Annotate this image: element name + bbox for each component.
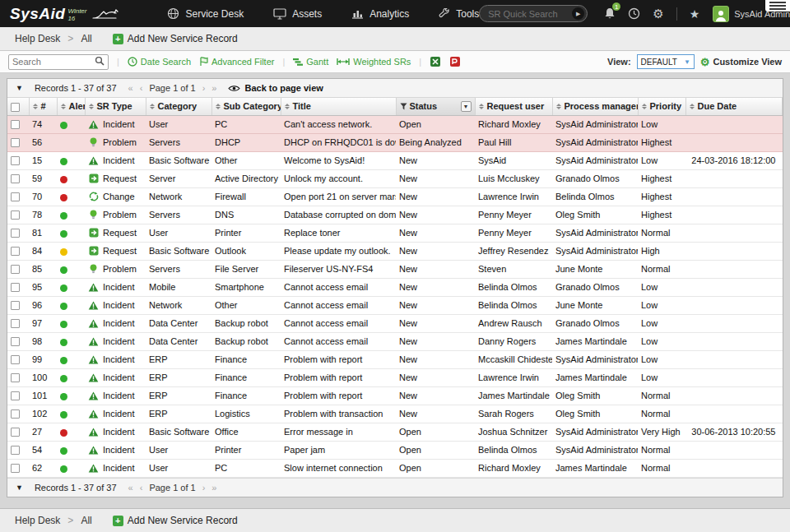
row-checkbox[interactable] — [11, 446, 20, 455]
nav-analytics[interactable]: Analytics — [351, 7, 409, 20]
title-cell[interactable]: Unlock my account. — [281, 169, 396, 187]
table-row[interactable]: 62IncidentUserPCSlow internet connection… — [7, 459, 783, 477]
nav-assets[interactable]: Assets — [273, 7, 322, 20]
favorites-star-icon[interactable]: ★ — [690, 7, 700, 21]
title-cell[interactable]: Problem with report — [281, 350, 396, 368]
title-cell[interactable]: Cannot access email — [281, 332, 396, 350]
sr-quick-search-input[interactable] — [488, 9, 572, 19]
weighted-srs-button[interactable]: Weighted SRs — [337, 57, 411, 67]
row-checkbox[interactable] — [11, 355, 20, 364]
table-row[interactable]: 100IncidentERPFinanceProblem with report… — [7, 368, 783, 386]
select-all-checkbox[interactable] — [11, 103, 20, 112]
collapse-grid-toggle[interactable]: ▼ — [16, 483, 23, 492]
row-checkbox[interactable] — [11, 319, 20, 328]
add-new-service-record-button[interactable]: + Add New Service Record — [113, 515, 238, 526]
table-row[interactable]: 27IncidentBasic SoftwareOfficeError mess… — [7, 423, 783, 441]
list-search-input[interactable] — [12, 57, 95, 67]
table-row[interactable]: 95IncidentMobileSmartphoneCannot access … — [7, 278, 783, 296]
title-cell[interactable]: Fileserver US-NY-FS4 — [281, 260, 396, 278]
title-cell[interactable]: DHCP on FRHQDC01 is down — [281, 133, 396, 151]
add-new-service-record-button[interactable]: + Add New Service Record — [113, 33, 238, 44]
prev-page-button[interactable]: ‹ — [140, 483, 143, 493]
title-cell[interactable]: Can't access network. — [281, 115, 396, 133]
date-search-button[interactable]: Date Search — [128, 57, 191, 67]
view-select-dropdown[interactable]: DEFAULT ▼ — [637, 54, 695, 69]
title-cell[interactable]: Open port 21 on server mars — [281, 187, 396, 206]
sysaid-logo[interactable]: SysAid Winter 16 — [10, 4, 119, 24]
row-checkbox[interactable] — [11, 210, 20, 220]
title-cell[interactable]: Slow internet connection — [281, 459, 396, 477]
export-excel-icon[interactable] — [430, 56, 441, 67]
title-cell[interactable]: Problem with report — [281, 368, 396, 386]
row-checkbox[interactable] — [11, 428, 20, 437]
column-header-type[interactable]: SR Type — [85, 98, 146, 115]
breadcrumb-helpdesk[interactable]: Help Desk — [15, 33, 60, 44]
back-to-page-view-link[interactable]: Back to page view — [228, 83, 323, 93]
last-page-button[interactable]: » — [211, 483, 216, 493]
column-header-sub_category[interactable]: Sub Category — [211, 98, 281, 115]
column-header-title[interactable]: Title — [281, 98, 396, 115]
table-row[interactable]: 56ProblemServersDHCPDHCP on FRHQDC01 is … — [7, 133, 783, 151]
breadcrumb-all[interactable]: All — [81, 515, 91, 526]
nav-tools[interactable]: Tools — [439, 7, 479, 20]
table-row[interactable]: 78ProblemServersDNSDatabase corrupted on… — [7, 206, 783, 224]
breadcrumb-helpdesk[interactable]: Help Desk — [15, 515, 60, 526]
title-cell[interactable]: Replace toner — [281, 224, 396, 242]
table-row[interactable]: 59RequestServerActive DirectoryUnlock my… — [7, 169, 783, 187]
row-checkbox[interactable] — [11, 174, 20, 183]
column-header-request_user[interactable]: Request user — [475, 98, 552, 115]
column-header-status[interactable]: Status▼ — [396, 98, 475, 115]
last-page-button[interactable]: » — [211, 83, 216, 93]
title-cell[interactable]: Welcome to SysAid! — [281, 151, 396, 169]
table-row[interactable]: 97IncidentData CenterBackup robotCannot … — [7, 314, 783, 332]
row-checkbox[interactable] — [11, 464, 20, 473]
title-cell[interactable]: Database corrupted on domain — [281, 206, 396, 224]
title-cell[interactable]: Cannot access email — [281, 296, 396, 314]
first-page-button[interactable]: « — [128, 483, 133, 493]
column-header-process_manager[interactable]: Process manager — [552, 98, 638, 115]
row-checkbox[interactable] — [11, 229, 20, 238]
table-row[interactable]: 70ChangeNetworkFirewallOpen port 21 on s… — [7, 187, 783, 206]
table-row[interactable]: 101IncidentERPFinanceProblem with report… — [7, 386, 783, 405]
column-header-category[interactable]: Category — [146, 98, 211, 115]
row-checkbox[interactable] — [11, 409, 20, 419]
title-cell[interactable]: Error message in — [281, 423, 396, 441]
title-cell[interactable]: Problem with transaction — [281, 405, 396, 423]
nav-service-desk[interactable]: Service Desk — [167, 7, 244, 20]
column-header-num[interactable]: # — [29, 98, 57, 115]
row-checkbox[interactable] — [11, 120, 20, 129]
title-cell[interactable]: Cannot access email — [281, 278, 396, 296]
row-checkbox[interactable] — [11, 247, 20, 256]
title-cell[interactable]: Please update my outlook. — [281, 242, 396, 260]
title-cell[interactable]: Paper jam — [281, 441, 396, 459]
column-header-priority[interactable]: Priority — [638, 98, 685, 115]
breadcrumb-all[interactable]: All — [81, 33, 91, 44]
row-checkbox[interactable] — [11, 283, 20, 292]
status-filter-dropdown[interactable]: ▼ — [461, 101, 472, 112]
row-checkbox[interactable] — [11, 391, 20, 400]
export-pdf-icon[interactable] — [449, 56, 461, 67]
title-cell[interactable]: Cannot access email — [281, 314, 396, 332]
table-row[interactable]: 54IncidentUserPrinterPaper jamOpenBelind… — [7, 441, 783, 459]
row-checkbox[interactable] — [11, 301, 20, 310]
row-checkbox[interactable] — [11, 138, 20, 147]
hamburger-menu-icon[interactable] — [765, 0, 790, 12]
table-row[interactable]: 74IncidentUserPCCan't access network.Ope… — [7, 115, 783, 133]
table-row[interactable]: 98IncidentData CenterBackup robotCannot … — [7, 332, 783, 350]
column-header-alert[interactable]: Alert — [57, 98, 85, 115]
table-row[interactable]: 99IncidentERPFinanceProblem with reportN… — [7, 350, 783, 368]
next-page-button[interactable]: › — [202, 83, 206, 93]
title-cell[interactable]: Problem with report — [281, 386, 396, 405]
next-page-button[interactable]: › — [202, 483, 206, 493]
table-row[interactable]: 85ProblemServersFile ServerFileserver US… — [7, 260, 783, 278]
table-row[interactable]: 102IncidentERPLogisticsProblem with tran… — [7, 405, 783, 423]
row-checkbox[interactable] — [11, 156, 20, 165]
row-checkbox[interactable] — [11, 337, 20, 346]
prev-page-button[interactable]: ‹ — [140, 83, 143, 93]
table-row[interactable]: 81RequestUserPrinterReplace tonerNewPenn… — [7, 224, 783, 242]
clock-icon[interactable] — [628, 7, 640, 20]
column-header-due_date[interactable]: Due Date — [685, 98, 783, 115]
quick-search-go-button[interactable]: ▶ — [572, 7, 584, 20]
settings-gear-icon[interactable]: ⚙ — [653, 7, 663, 21]
gantt-button[interactable]: Gantt — [293, 57, 328, 67]
